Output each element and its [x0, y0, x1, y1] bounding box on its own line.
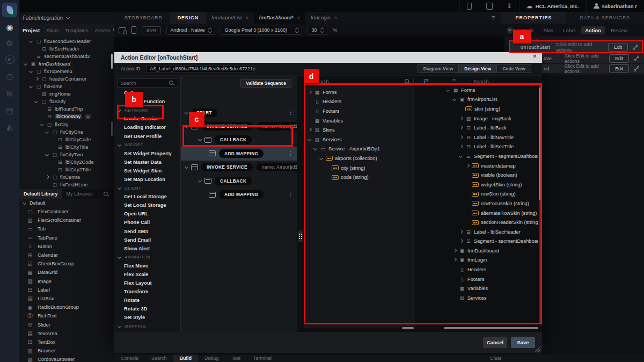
chevron-down-icon[interactable]	[185, 111, 189, 115]
tree-item[interactable]: ▦Forms	[443, 85, 538, 95]
action-item-send-email[interactable]: Send Email	[114, 236, 180, 244]
console-tab-test[interactable]: Test	[225, 356, 247, 361]
chevron-down-icon[interactable]	[185, 165, 189, 169]
tree-item[interactable]: ▯Headers	[305, 97, 415, 107]
action-item-set-style[interactable]: Set Style	[114, 313, 180, 322]
tree-item[interactable]: code (string)	[305, 172, 415, 182]
tab-storyboard[interactable]: STORYBOARD	[117, 12, 170, 24]
tree-item[interactable]: ▢flxFirstHLine	[19, 181, 114, 189]
tree-item[interactable]: ⊟lblCity2Title	[19, 166, 114, 173]
tree-item[interactable]: ⊟Label - lblNavTitle	[443, 133, 538, 142]
chevron-right-icon[interactable]	[34, 77, 39, 81]
tree-item[interactable]: ▯Footers	[443, 274, 538, 284]
tree-item[interactable]: ▢flxCity	[19, 121, 114, 128]
chevron-down-icon[interactable]	[29, 84, 33, 89]
tree-item[interactable]: ≣Segment - secmentDashboard2	[443, 237, 538, 247]
drag-handle-icon[interactable]	[298, 230, 303, 242]
library-tab-my-libraries[interactable]: My Libraries	[62, 189, 97, 199]
form-tab-frmDashboard[interactable]: frmDashboard*×	[254, 12, 305, 24]
tree-item[interactable]: ▭Service - Airportid$Op1	[305, 144, 415, 154]
chevron-right-icon[interactable]	[465, 164, 470, 168]
chevron-right-icon[interactable]	[459, 239, 463, 243]
tree-item[interactable]: ▣frmDashboard	[443, 246, 538, 256]
chevron-down-icon[interactable]	[118, 143, 122, 147]
view-button-diagram-view[interactable]: Diagram View	[418, 64, 459, 73]
close-tab-icon[interactable]: ×	[297, 12, 300, 24]
download-button[interactable]: ↧	[500, 0, 519, 12]
chevron-down-icon[interactable]	[29, 69, 33, 74]
widget-item-cordovabrowser[interactable]: ▧CordovaBrowser	[19, 355, 114, 362]
action-item-transform[interactable]: Transform	[114, 287, 180, 296]
tree-item[interactable]: ▦Forms	[305, 88, 415, 97]
tree-item[interactable]: ▢flxSecondSecHeader	[19, 38, 114, 45]
widget-item-label[interactable]: ⊟Label	[19, 286, 114, 294]
action-item-get-local-storage[interactable]: Get Local Storage	[114, 192, 180, 201]
h-scrollbar[interactable]	[402, 327, 414, 329]
chevron-down-icon[interactable]	[313, 147, 318, 151]
aperture-icon[interactable]: ◉	[0, 23, 19, 32]
widget-item-radiobuttongroup[interactable]: ◉RadioButtonGroup	[19, 303, 114, 312]
action-item-flex-move[interactable]: Flex Move	[114, 262, 180, 270]
menu-icon[interactable]: ≡	[485, 14, 501, 21]
flow-node-callback[interactable]: CALLBACK	[181, 133, 297, 147]
org-account[interactable]: ☁ HCL America, Inc.	[519, 0, 586, 12]
action-id-value[interactable]: AS_Label_d880ba754b1f4b5ea0ed8e5dcc67221…	[146, 65, 253, 73]
action-section-mapping[interactable]: MAPPING	[114, 322, 180, 331]
save-button[interactable]: Save	[511, 337, 535, 348]
property-tab-action[interactable]: Action	[581, 26, 605, 34]
close-tab-icon[interactable]: ×	[245, 12, 248, 24]
chevron-down-icon[interactable]	[34, 99, 39, 104]
edit-action-button[interactable]: Edit	[609, 64, 629, 73]
console-clear-button[interactable]: Clear	[490, 356, 502, 361]
tree-item[interactable]: ▨Image - imgBack	[443, 114, 538, 124]
explorer-tab-assets[interactable]: Assets	[92, 27, 114, 33]
device-select[interactable]: Google Pixel 3 (1080 x 2160)	[221, 26, 302, 35]
tree-item[interactable]: ▦Variables	[443, 284, 538, 293]
chain-link-icon[interactable]	[633, 55, 640, 62]
validate-sequence-button[interactable]: Validate Sequence	[240, 79, 291, 88]
action-item-set-widget-property[interactable]: Set Widget Property	[114, 149, 180, 158]
search-input[interactable]	[121, 81, 169, 86]
chevron-down-icon[interactable]	[118, 255, 122, 259]
widget-item-textbox[interactable]: ⊟TextBox	[19, 338, 114, 346]
chain-link-icon[interactable]	[632, 44, 639, 50]
tree-item[interactable]: ▤Skins	[305, 125, 415, 135]
settings-gear-icon[interactable]: ⚙	[0, 39, 19, 48]
user-account[interactable]: sabarinathan r	[586, 0, 644, 12]
chevron-down-icon[interactable]	[198, 179, 202, 183]
tree-item[interactable]: ≣secmentDashboard2	[19, 53, 114, 60]
chevron-down-icon[interactable]	[45, 130, 49, 134]
console-tab-terminal[interactable]: Terminal	[247, 356, 278, 361]
library-tab-default-library[interactable]: Default Library	[19, 189, 62, 199]
widget-item-listbox[interactable]: ▤ListBox	[19, 294, 114, 303]
view-button-code-view[interactable]: Code View	[497, 64, 531, 73]
property-tab-label[interactable]: Label	[559, 26, 579, 34]
tree-item[interactable]: skin (string)	[443, 104, 538, 114]
workspace-grid-icon[interactable]: ⊞	[0, 89, 19, 98]
console-tab-search[interactable]: Search	[145, 356, 173, 361]
action-section-client[interactable]: CLIENT	[114, 184, 180, 192]
console-tab-build[interactable]: Build	[173, 354, 199, 362]
filter-icon[interactable]: ≡	[452, 77, 456, 84]
chevron-down-icon[interactable]	[29, 39, 33, 44]
chevron-down-icon[interactable]	[24, 62, 28, 66]
close-tab-icon[interactable]: ×	[334, 12, 337, 24]
chevron-right-icon[interactable]	[459, 135, 463, 140]
widget-item-richtext[interactable]: ⓉRichText	[19, 312, 114, 320]
view-button-design-view[interactable]: Design View	[459, 64, 497, 73]
tree-item[interactable]: ▢flxHome	[19, 83, 114, 90]
tree-item[interactable]: ▣frmAirportList	[443, 95, 538, 105]
scrollbar[interactable]	[111, 54, 113, 69]
image-mountain-icon[interactable]: ◭	[0, 122, 19, 132]
action-item-show-alert[interactable]: Show Alert	[114, 244, 180, 253]
chevron-down-icon[interactable]	[118, 108, 122, 112]
tree-item[interactable]: ▨imgHome	[19, 90, 114, 98]
action-item-set-widget-skin[interactable]: Set Widget Skin	[114, 166, 180, 175]
tree-item[interactable]: ▤Services	[305, 135, 415, 144]
chevron-right-icon[interactable]	[459, 230, 463, 234]
widget-item-tabpane[interactable]: ▭TabPane	[19, 234, 114, 242]
flow-node-add-mapping[interactable]: ADD MAPPING⋮	[181, 187, 297, 201]
property-tab-review[interactable]: Review	[607, 26, 631, 34]
tree-item[interactable]: widgetSkin (string)	[443, 180, 538, 190]
action-item-get-user-profile[interactable]: Get User Profile	[114, 132, 180, 140]
